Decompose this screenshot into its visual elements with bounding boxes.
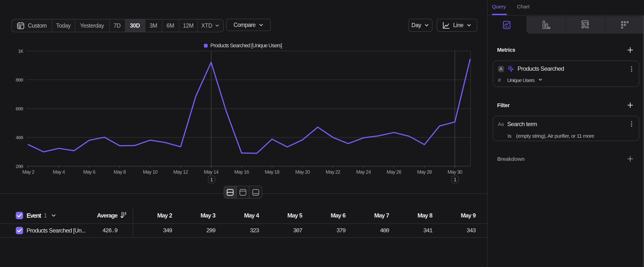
svg-text:May 8: May 8 — [114, 169, 126, 175]
svg-text:May 22: May 22 — [326, 169, 340, 175]
svg-text:May 16: May 16 — [234, 169, 249, 175]
svg-text:May 28: May 28 — [417, 169, 432, 175]
svg-text:May 10: May 10 — [143, 169, 158, 175]
svg-text:May 24: May 24 — [356, 169, 371, 175]
svg-text:May 30: May 30 — [448, 169, 462, 175]
svg-text:May 26: May 26 — [387, 169, 402, 175]
svg-text:1K: 1K — [18, 49, 23, 54]
svg-text:May 2: May 2 — [22, 169, 35, 175]
svg-text:May 4: May 4 — [53, 169, 65, 175]
svg-text:May 20: May 20 — [295, 169, 310, 175]
svg-text:600: 600 — [16, 106, 23, 112]
svg-text:May 18: May 18 — [265, 169, 280, 175]
svg-text:May 14: May 14 — [204, 169, 219, 175]
svg-text:200: 200 — [16, 164, 23, 169]
svg-text:800: 800 — [16, 77, 23, 83]
svg-text:400: 400 — [16, 135, 23, 141]
svg-text:May 12: May 12 — [174, 169, 188, 175]
svg-text:May 6: May 6 — [83, 169, 96, 175]
